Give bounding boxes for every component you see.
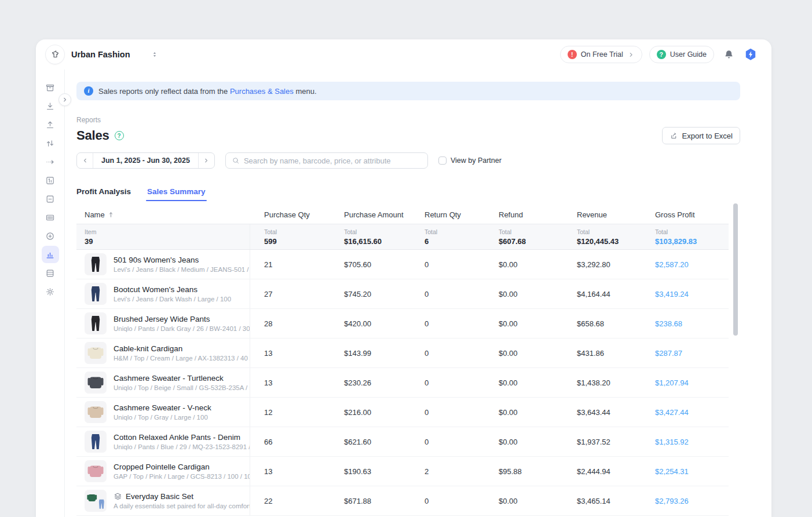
sidebar-item-stocktake[interactable] bbox=[42, 172, 59, 189]
cell-purchase-qty: 28 bbox=[250, 319, 330, 328]
bundle-layers-icon bbox=[114, 492, 122, 501]
item-name: 501 90s Women's Jeans bbox=[114, 256, 199, 264]
bell-icon bbox=[723, 49, 734, 60]
table-row[interactable]: Brushed Jersey Wide Pants Uniqlo / Pants… bbox=[76, 309, 729, 338]
table-scrollbar[interactable] bbox=[733, 203, 738, 336]
table-row[interactable]: Cable-knit Cardigan H&M / Top / Cream / … bbox=[76, 338, 729, 368]
table-row[interactable]: Everyday Basic Set A daily essentials se… bbox=[76, 486, 729, 516]
item-name: Cashmere Sweater - Turtleneck bbox=[114, 374, 224, 383]
item-name: Everyday Basic Set bbox=[126, 492, 193, 501]
item-thumbnail bbox=[85, 490, 107, 512]
info-banner: i Sales reports only reflect data from t… bbox=[76, 82, 740, 100]
search-icon bbox=[232, 156, 240, 165]
help-icon[interactable]: ? bbox=[115, 131, 124, 140]
date-range-value[interactable]: Jun 1, 2025 - Jun 30, 2025 bbox=[93, 153, 198, 168]
team-avatar[interactable] bbox=[45, 45, 65, 64]
sidebar-item-items[interactable] bbox=[42, 79, 59, 96]
cell-revenue: $1,937.52 bbox=[563, 438, 641, 446]
cell-purchase-qty: 27 bbox=[250, 290, 330, 298]
export-icon bbox=[670, 132, 678, 140]
add-circle-icon bbox=[45, 231, 55, 241]
item-name: Cropped Pointelle Cardigan bbox=[114, 463, 210, 471]
prev-period-button[interactable] bbox=[77, 153, 93, 168]
purchases-sales-icon bbox=[45, 194, 55, 204]
cell-return-qty: 0 bbox=[411, 438, 485, 446]
stocktake-icon bbox=[45, 176, 55, 185]
sidebar-item-add-circle[interactable] bbox=[42, 227, 59, 245]
column-header-refund[interactable]: Refund bbox=[485, 210, 563, 219]
sidebar-item-move[interactable] bbox=[42, 153, 59, 170]
sidebar-item-reports[interactable] bbox=[42, 246, 59, 263]
item-name: Bootcut Women's Jeans bbox=[114, 285, 197, 294]
cell-gross-profit: $1,207.94 bbox=[641, 378, 729, 387]
column-header-return-qty[interactable]: Return Qty bbox=[411, 210, 485, 219]
banner-text: Sales reports only reflect data from the… bbox=[98, 87, 317, 96]
table-row[interactable]: Cotton Relaxed Ankle Pants - Denim Uniql… bbox=[76, 427, 729, 457]
cell-refund: $95.88 bbox=[485, 467, 563, 476]
totals-cell: Total 6 bbox=[411, 224, 485, 249]
table-row[interactable]: Cashmere Sweater - Turtleneck Uniqlo / T… bbox=[76, 368, 729, 398]
app-logo-button[interactable] bbox=[744, 48, 758, 61]
sidebar-item-stock-out[interactable] bbox=[42, 116, 59, 133]
sidebar-item-stock-in[interactable] bbox=[42, 97, 59, 115]
tshirt-icon bbox=[50, 49, 61, 60]
cell-gross-profit: $2,587.20 bbox=[641, 260, 729, 269]
reports-icon bbox=[45, 250, 55, 260]
cell-revenue: $658.68 bbox=[563, 319, 641, 328]
barcode-icon bbox=[45, 213, 55, 223]
sidebar-item-barcode[interactable] bbox=[42, 209, 59, 226]
table-row[interactable]: Cropped Pointelle Cardigan GAP / Top / P… bbox=[76, 457, 729, 486]
item-name: Cable-knit Cardigan bbox=[114, 344, 182, 353]
search-input[interactable] bbox=[244, 156, 422, 165]
cell-purchase-amount: $671.88 bbox=[330, 497, 411, 505]
purchases-sales-link[interactable]: Purchases & Sales bbox=[230, 87, 294, 96]
cell-refund: $0.00 bbox=[485, 408, 563, 417]
item-name-cell: Cashmere Sweater - V-neck Uniqlo / Top /… bbox=[76, 398, 250, 427]
item-name-cell: 501 90s Women's Jeans Levi's / Jeans / B… bbox=[76, 250, 250, 279]
notifications-button[interactable] bbox=[723, 49, 734, 60]
data-center-icon bbox=[45, 268, 55, 278]
items-icon bbox=[45, 83, 55, 93]
chevron-right-icon bbox=[61, 96, 68, 103]
view-by-partner-toggle[interactable]: View by Partner bbox=[438, 156, 502, 165]
sidebar-item-data-center[interactable] bbox=[42, 264, 59, 282]
stock-adjust-icon bbox=[45, 139, 55, 148]
column-header-revenue[interactable]: Revenue bbox=[563, 210, 641, 219]
table-row[interactable]: 501 90s Women's Jeans Levi's / Jeans / B… bbox=[76, 250, 729, 279]
free-trial-button[interactable]: ! On Free Trial bbox=[560, 46, 642, 63]
item-attributes: Levi's / Jeans / Black / Medium / JEANS-… bbox=[114, 266, 250, 273]
tab-sales-summary[interactable]: Sales Summary bbox=[147, 187, 206, 201]
cell-return-qty: 0 bbox=[411, 290, 485, 298]
sidebar-item-settings[interactable] bbox=[42, 283, 59, 300]
item-name-cell: Cotton Relaxed Ankle Pants - Denim Uniql… bbox=[76, 427, 250, 456]
cell-refund: $0.00 bbox=[485, 497, 563, 505]
sidebar-item-purchases-sales[interactable] bbox=[42, 190, 59, 207]
cell-return-qty: 0 bbox=[411, 408, 485, 417]
column-header-purchase-qty[interactable]: Purchase Qty bbox=[250, 210, 330, 219]
column-header-name[interactable]: Name bbox=[76, 210, 250, 219]
user-guide-button[interactable]: ? User Guide bbox=[649, 46, 714, 63]
export-to-excel-button[interactable]: Export to Excel bbox=[662, 127, 740, 144]
chevron-right-icon bbox=[627, 51, 635, 59]
column-header-purchase-amount[interactable]: Purchase Amount bbox=[330, 210, 411, 219]
cell-revenue: $1,438.20 bbox=[563, 378, 641, 387]
cell-revenue: $3,292.80 bbox=[563, 260, 641, 269]
item-name: Brushed Jersey Wide Pants bbox=[114, 315, 210, 323]
cell-purchase-amount: $230.26 bbox=[330, 378, 411, 387]
sidebar-expand-button[interactable] bbox=[58, 93, 71, 106]
sidebar-item-stock-adjust[interactable] bbox=[42, 134, 59, 152]
view-by-partner-checkbox[interactable] bbox=[438, 156, 447, 165]
cell-purchase-qty: 13 bbox=[250, 349, 330, 358]
updown-select-icon bbox=[151, 50, 158, 59]
user-guide-label: User Guide bbox=[670, 50, 707, 59]
team-switcher[interactable] bbox=[151, 50, 158, 59]
cell-purchase-qty: 22 bbox=[250, 497, 330, 505]
tab-profit-analysis[interactable]: Profit Analysis bbox=[76, 187, 131, 201]
item-name-cell: Cashmere Sweater - Turtleneck Uniqlo / T… bbox=[76, 368, 250, 397]
move-icon bbox=[45, 157, 55, 167]
column-header-gross-profit[interactable]: Gross Profit bbox=[641, 210, 729, 219]
next-period-button[interactable] bbox=[198, 153, 214, 168]
table-header-row: NamePurchase QtyPurchase AmountReturn Qt… bbox=[76, 206, 729, 224]
table-row[interactable]: Bootcut Women's Jeans Levi's / Jeans / D… bbox=[76, 279, 729, 309]
table-row[interactable]: Cashmere Sweater - V-neck Uniqlo / Top /… bbox=[76, 398, 729, 427]
